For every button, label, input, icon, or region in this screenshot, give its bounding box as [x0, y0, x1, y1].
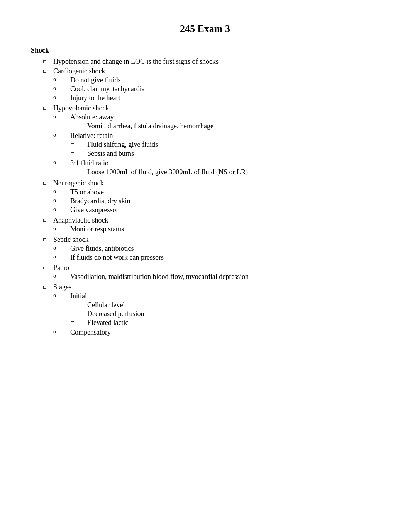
item-text: Fluid shifting, give fluids [87, 141, 158, 148]
item-text: Compensatory [70, 328, 111, 336]
item-text: 3:1 fluid ratio [70, 159, 108, 167]
o-bullet: o [53, 273, 70, 279]
item-text: Hypovolemic shock [53, 104, 109, 112]
item-text: Do not give fluids [70, 76, 121, 84]
page-title: 245 Exam 3 [31, 23, 379, 35]
list-item: Cellular level [70, 301, 379, 309]
bullet-icon [70, 310, 87, 317]
item-text: If fluids do not work can pressors [70, 253, 164, 261]
bullet-icon [42, 216, 53, 223]
o-bullet: o [53, 197, 70, 204]
list-item: Fluid shifting, give fluids [70, 141, 379, 149]
section-shock: Shock Hypotension and change in LOC is t… [31, 46, 379, 337]
bullet-icon [70, 150, 87, 156]
o-bullet: o [53, 328, 70, 335]
bullet-icon [42, 104, 53, 111]
item-text: Loose 1000mL of fluid, give 3000mL of fl… [87, 168, 248, 176]
list-item: Stages o Initial Cellular level [42, 283, 379, 337]
list-item: Hypovolemic shock o Absolute: away Vomit… [42, 104, 379, 178]
list-item: Anaphylactic shock o Monitor resp status [42, 216, 379, 234]
o-bullet: o [53, 132, 70, 138]
list-item: Vomit, diarrhea, fistula drainage, hemor… [70, 122, 379, 130]
o-bullet: o [53, 253, 70, 260]
item-text: Vasodilation, maldistribution blood flow… [70, 273, 249, 280]
list-item: o Cool, clammy, tachycardia [53, 85, 379, 93]
o-bullet: o [53, 159, 70, 166]
item-text: Bradycardia, dry skin [70, 197, 130, 205]
sub-list: o Vasodilation, maldistribution blood fl… [53, 273, 379, 281]
item-text: Relative: retain [70, 132, 113, 139]
sub-sub-list: Fluid shifting, give fluids Sepsis and b… [70, 141, 379, 158]
bullet-icon [42, 264, 53, 271]
list-item: o Give vasopressor [53, 206, 379, 214]
section-heading: Shock [31, 46, 379, 54]
o-bullet: o [53, 76, 70, 83]
sub-list: o Monitor resp status [53, 225, 379, 233]
list-item: Sepsis and burns [70, 150, 379, 158]
bullet-icon [42, 67, 53, 74]
list-item: o Give fluids, antibiotics [53, 245, 379, 253]
bullet-icon [42, 179, 53, 186]
item-text: Patho [53, 264, 69, 272]
item-text: Anaphylactic shock [53, 216, 108, 224]
o-bullet: o [53, 206, 70, 212]
list-item: o Initial Cellular level Decr [53, 292, 379, 328]
o-bullet: o [53, 85, 70, 92]
item-text: Absolute: away [70, 113, 114, 121]
list-item: Elevated lactic [70, 319, 379, 327]
item-text: Vomit, diarrhea, fistula drainage, hemor… [87, 122, 213, 130]
o-bullet: o [53, 245, 70, 251]
sub-list: o Do not give fluids o Cool, clammy, tac… [53, 76, 379, 102]
sub-list: o Absolute: away Vomit, diarrhea, fistul… [53, 113, 379, 177]
sub-list: o T5 or above o Bradycardia, dry skin o … [53, 188, 379, 214]
item-text: Decreased perfusion [87, 310, 144, 318]
list-item: Decreased perfusion [70, 310, 379, 318]
sub-list: o Give fluids, antibiotics o If fluids d… [53, 245, 379, 262]
list-item: o Injury to the heart [53, 94, 379, 102]
o-bullet: o [53, 94, 70, 100]
bullet-icon [42, 283, 53, 290]
list-item: Septic shock o Give fluids, antibiotics … [42, 236, 379, 262]
item-text: Hypotension and change in LOC is the fir… [53, 58, 219, 65]
list-item: o Relative: retain Fluid shifting, give … [53, 132, 379, 158]
list-item: o Bradycardia, dry skin [53, 197, 379, 205]
item-text: Stages [53, 283, 71, 291]
item-text: T5 or above [70, 188, 104, 196]
o-bullet: o [53, 292, 70, 299]
item-text: Neurogenic shock [53, 179, 103, 187]
item-text: Cellular level [87, 301, 125, 309]
bullet-icon [42, 236, 53, 243]
bullet-icon [70, 122, 87, 129]
item-text: Give vasopressor [70, 206, 118, 214]
list-item: Cardiogenic shock o Do not give fluids o… [42, 67, 379, 103]
list-item: o Absolute: away Vomit, diarrhea, fistul… [53, 113, 379, 131]
bullet-icon [70, 168, 87, 175]
list-item: o T5 or above [53, 188, 379, 196]
bullet-icon [70, 141, 87, 148]
o-bullet: o [53, 225, 70, 232]
list-item: Neurogenic shock o T5 or above o Bradyca… [42, 179, 379, 215]
item-text: Monitor resp status [70, 225, 124, 233]
sub-sub-list: Loose 1000mL of fluid, give 3000mL of fl… [70, 168, 379, 176]
item-text: Septic shock [53, 236, 89, 243]
bullet-icon [70, 301, 87, 308]
item-text: Cool, clammy, tachycardia [70, 85, 145, 93]
item-text: Cardiogenic shock [53, 67, 105, 75]
list-item: Patho o Vasodilation, maldistribution bl… [42, 264, 379, 282]
list-item: o 3:1 fluid ratio Loose 1000mL of fluid,… [53, 159, 379, 177]
item-text: Give fluids, antibiotics [70, 245, 134, 252]
o-bullet: o [53, 113, 70, 120]
list-item: o Monitor resp status [53, 225, 379, 233]
bullet-icon [42, 58, 53, 65]
sub-sub-list: Cellular level Decreased perfusion Eleva… [70, 301, 379, 327]
list-item: Hypotension and change in LOC is the fir… [42, 58, 379, 66]
list-item: o Do not give fluids [53, 76, 379, 84]
list-item: o Compensatory [53, 328, 379, 337]
sub-sub-list: Vomit, diarrhea, fistula drainage, hemor… [70, 122, 379, 130]
o-bullet: o [53, 188, 70, 195]
sub-list: o Initial Cellular level Decr [53, 292, 379, 337]
list-item: o Vasodilation, maldistribution blood fl… [53, 273, 379, 281]
bullet-icon [70, 319, 87, 326]
item-text: Injury to the heart [70, 94, 120, 102]
list-item: o If fluids do not work can pressors [53, 253, 379, 262]
